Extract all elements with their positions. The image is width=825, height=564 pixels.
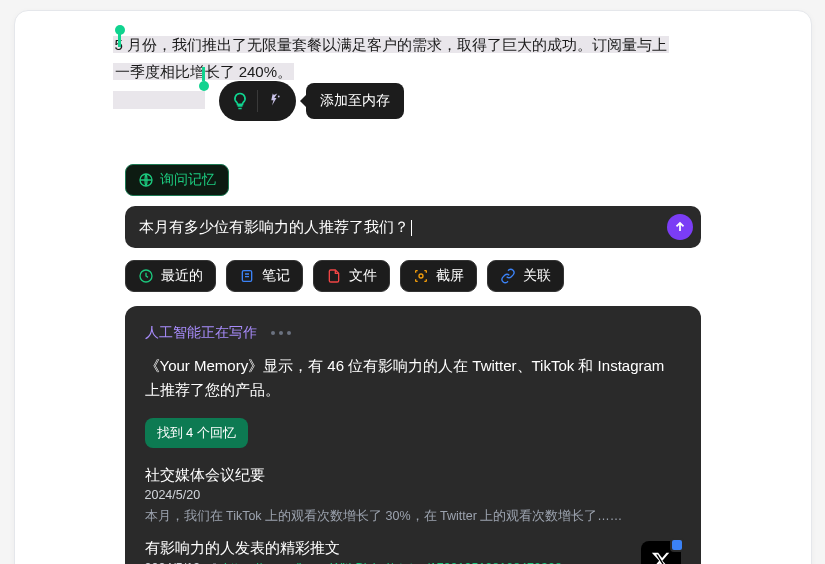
memory-subtitle: 2024/5/20 本月，我们在 TikTok 上的观看次数增长了 30%，在 … xyxy=(145,488,681,525)
filter-label: 文件 xyxy=(349,267,377,285)
filter-files[interactable]: 文件 xyxy=(313,260,390,292)
ai-response-panel: 人工智能正在写作 《Your Memory》显示，有 46 位有影响力的人在 T… xyxy=(125,306,701,564)
ai-status-label: 人工智能正在写作 xyxy=(145,324,257,342)
selection-end-handle[interactable] xyxy=(199,81,209,91)
note-icon xyxy=(239,268,255,284)
memory-title: 有影响力的人发表的精彩推文 xyxy=(145,539,681,558)
x-twitter-icon xyxy=(650,550,672,564)
add-to-memory-tooltip[interactable]: 添加至内存 xyxy=(306,83,404,119)
arrow-up-icon xyxy=(673,220,687,234)
selection-start-handle[interactable] xyxy=(115,25,125,35)
file-icon xyxy=(326,268,342,284)
selection-popover: 添加至内存 xyxy=(219,81,404,121)
filter-label: 笔记 xyxy=(262,267,290,285)
highlighted-text-line: 5 月份，我们推出了无限量套餐以满足客户的需求，取得了巨大的成功。订阅量与上 xyxy=(113,36,670,53)
memory-item[interactable]: 社交媒体会议纪要 2024/5/20 本月，我们在 TikTok 上的观看次数增… xyxy=(145,466,681,525)
svg-point-4 xyxy=(419,274,423,278)
memory-date: 2024/5/20 xyxy=(145,488,201,502)
query-input-text: 本月有多少位有影响力的人推荐了我们？ xyxy=(139,218,667,237)
globe-sparkle-icon xyxy=(138,172,154,188)
send-button[interactable] xyxy=(667,214,693,240)
highlighted-text-tail xyxy=(113,91,205,109)
filter-label: 关联 xyxy=(523,267,551,285)
ask-memory-chip[interactable]: 询问记忆 xyxy=(125,164,229,196)
tooltip-label: 添加至内存 xyxy=(320,88,390,113)
query-input[interactable]: 本月有多少位有影响力的人推荐了我们？ xyxy=(125,206,701,248)
external-link-corner-icon xyxy=(670,538,684,552)
found-memories-badge[interactable]: 找到 4 个回忆 xyxy=(145,418,248,448)
screenshot-icon xyxy=(413,268,429,284)
filter-screenshot[interactable]: 截屏 xyxy=(400,260,477,292)
selected-text-block[interactable]: 5 月份，我们推出了无限量套餐以满足客户的需求，取得了巨大的成功。订阅量与上 一… xyxy=(113,31,751,112)
filter-related[interactable]: 关联 xyxy=(487,260,564,292)
clock-icon xyxy=(138,268,154,284)
svg-point-0 xyxy=(277,96,279,98)
ai-writing-status: 人工智能正在写作 xyxy=(145,324,681,342)
lightbulb-icon[interactable] xyxy=(223,84,257,118)
filter-notes[interactable]: 笔记 xyxy=(226,260,303,292)
filter-row: 最近的 笔记 文件 截屏 关联 xyxy=(125,260,701,292)
x-twitter-badge[interactable] xyxy=(641,541,681,564)
filter-label: 最近的 xyxy=(161,267,203,285)
memory-title: 社交媒体会议纪要 xyxy=(145,466,681,485)
text-cursor xyxy=(411,220,412,236)
action-pill xyxy=(219,81,296,121)
filter-label: 截屏 xyxy=(436,267,464,285)
memory-desc: 本月，我们在 TikTok 上的观看次数增长了 30%，在 Twitter 上的… xyxy=(145,508,623,525)
ask-memory-label: 询问记忆 xyxy=(160,171,216,189)
loading-dots-icon xyxy=(271,331,291,335)
filter-recent[interactable]: 最近的 xyxy=(125,260,216,292)
sparkle-plug-icon[interactable] xyxy=(258,84,292,118)
memory-item[interactable]: 有影响力的人发表的精彩推文 2024/5/19 https://x.com/Le… xyxy=(145,539,681,564)
link-icon xyxy=(500,268,516,284)
ai-response-text: 《Your Memory》显示，有 46 位有影响力的人在 Twitter、Ti… xyxy=(145,354,681,402)
app-card: 5 月份，我们推出了无限量套餐以满足客户的需求，取得了巨大的成功。订阅量与上 一… xyxy=(14,10,812,564)
